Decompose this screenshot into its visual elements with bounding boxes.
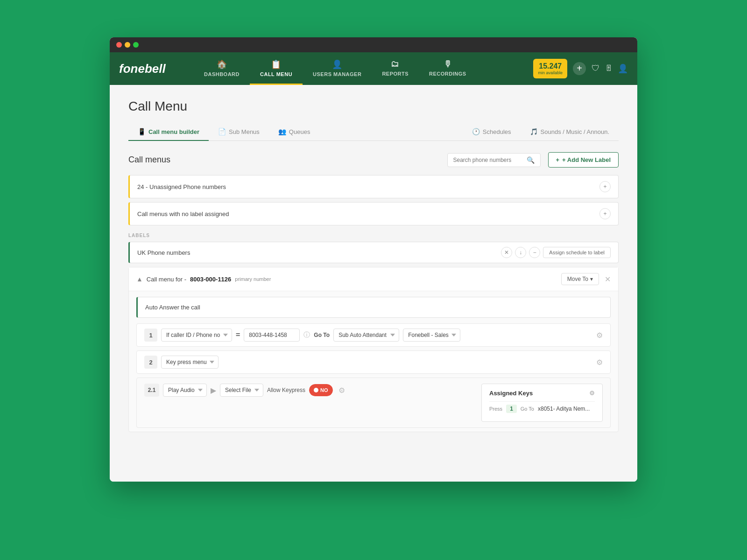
call-menus-title: Call menus	[128, 155, 170, 165]
no-label-item: Call menus with no label assigned +	[128, 202, 619, 225]
tab-sounds[interactable]: 🎵 Sounds / Music / Announ.	[521, 123, 619, 141]
label-remove-button[interactable]: ✕	[501, 247, 512, 258]
reports-icon: 🗂	[391, 59, 400, 69]
settings-icon[interactable]: 🎚	[605, 63, 613, 73]
profile-icon[interactable]: 👤	[618, 63, 628, 74]
queues-tab-icon: 👥	[278, 128, 286, 135]
tab-call-menu-builder[interactable]: 📱 Call menu builder	[128, 123, 209, 141]
add-label-text: + Add New Label	[562, 156, 611, 163]
labels-section: LABELS UK Phone numbers ✕ ↓ − Assign sch…	[128, 233, 619, 432]
assigned-keys-title: Assigned Keys ⚙	[489, 390, 595, 397]
dashboard-icon: 🏠	[217, 59, 227, 70]
auto-answer-text: Auto Answer the call	[145, 304, 200, 311]
rule-1-info-icon[interactable]: ⓘ	[303, 331, 310, 339]
chevron-down-icon: ▾	[590, 276, 593, 282]
users-manager-icon: 👤	[332, 59, 343, 70]
tab-label-sub-menus: Sub Menus	[229, 128, 260, 135]
add-credit-button[interactable]: +	[573, 62, 586, 75]
rule-2-1-gear-icon[interactable]: ⚙	[338, 386, 345, 395]
destination-label: x8051- Aditya Nem...	[538, 406, 590, 412]
search-input[interactable]	[453, 157, 523, 163]
toggle-no-label: NO	[309, 384, 333, 396]
credit-mins: min available	[538, 70, 563, 76]
rule-1-condition-select[interactable]: If caller ID / Phone no	[161, 329, 232, 342]
rule-2-1-action-select[interactable]: Play Audio	[163, 384, 207, 397]
rule-2-1-number: 2.1	[144, 384, 159, 397]
no-label-text: Call menus with no label assigned	[137, 210, 229, 217]
browser-minimize-dot[interactable]	[125, 42, 130, 48]
assign-schedule-button[interactable]: Assign schedule to label	[543, 247, 611, 258]
nav-label-call-menu: CALL MENU	[260, 71, 292, 77]
call-menu-for-header: ▲ Call menu for - 8003-000-1126 primary …	[129, 267, 618, 291]
rule-2-1-section: 2.1 Play Audio ▶ Select File Allow Keypr…	[136, 378, 611, 428]
auto-answer: Auto Answer the call	[136, 297, 611, 318]
headset-icon[interactable]: 🛡	[592, 63, 600, 73]
tab-label-queues: Queues	[289, 128, 310, 135]
rule-1: 1 If caller ID / Phone no = ⓘ Go To Sub …	[136, 323, 611, 347]
collapse-icon[interactable]: ▲	[136, 275, 143, 283]
rule-2-1-arrow: ▶	[211, 386, 216, 395]
browser-chrome	[110, 37, 637, 52]
nav-item-reports[interactable]: 🗂 REPORTS	[372, 52, 419, 85]
browser-window: fonebell 🏠 DASHBOARD 📋 CALL MENU 👤 USERS…	[110, 37, 637, 482]
move-to-button[interactable]: Move To ▾	[561, 273, 599, 285]
call-menu-for-wrapper: ▲ Call menu for - 8003-000-1126 primary …	[128, 267, 619, 432]
nav-item-recordings[interactable]: 🎙 RECORDINGS	[419, 52, 477, 85]
top-nav: fonebell 🏠 DASHBOARD 📋 CALL MENU 👤 USERS…	[110, 52, 637, 85]
page-content: Call Menu 📱 Call menu builder 📄 Sub Menu…	[110, 85, 637, 482]
search-icon: 🔍	[527, 156, 535, 164]
sounds-tab-icon: 🎵	[530, 128, 538, 135]
tab-label-call-menu-builder: Call menu builder	[148, 128, 199, 135]
rule-1-phone-input[interactable]	[244, 329, 300, 342]
go-to-small: Go To	[521, 406, 534, 412]
rule-1-equals: =	[236, 331, 240, 339]
assigned-keys-settings-icon[interactable]: ⚙	[589, 390, 595, 397]
tab-schedules[interactable]: 🕐 Schedules	[463, 123, 521, 141]
label-collapse-button[interactable]: −	[529, 247, 540, 258]
nav-label-reports: REPORTS	[382, 71, 409, 77]
rule-1-action-select[interactable]: Sub Auto Attendant	[333, 329, 399, 342]
rule-2-number: 2	[144, 356, 157, 369]
label-name: UK Phone numbers	[137, 249, 190, 256]
unassigned-add-button[interactable]: +	[599, 181, 611, 192]
unassigned-phone-numbers-item: 24 - Unassigned Phone numbers +	[128, 175, 619, 198]
rule-1-number: 1	[144, 329, 157, 342]
press-row-1: Press 1 Go To x8051- Aditya Nem...	[489, 401, 595, 416]
no-label-add-button[interactable]: +	[599, 208, 611, 219]
nav-label-recordings: RECORDINGS	[429, 71, 466, 77]
browser-maximize-dot[interactable]	[133, 42, 139, 48]
search-box: 🔍	[447, 153, 541, 167]
nav-label-dashboard: DASHBOARD	[204, 71, 240, 77]
call-menu-for-title: ▲ Call menu for - 8003-000-1126 primary …	[136, 275, 271, 283]
rule-1-destination-select[interactable]: Fonebell - Sales	[403, 329, 460, 342]
assigned-keys: Assigned Keys ⚙ Press 1 Go To x8051- Adi…	[481, 384, 603, 422]
browser-close-dot[interactable]	[116, 42, 122, 48]
rule-1-gear-icon[interactable]: ⚙	[596, 331, 603, 340]
allow-keypress-label: Allow Keypress	[267, 387, 305, 393]
rule-2-1-file-select[interactable]: Select File	[220, 384, 263, 397]
add-label-icon: +	[556, 156, 560, 163]
rule-2: 2 Key press menu ⚙	[136, 350, 611, 374]
call-menu-icon: 📋	[271, 59, 282, 70]
nav-item-dashboard[interactable]: 🏠 DASHBOARD	[194, 52, 250, 85]
uk-phone-numbers-label: UK Phone numbers ✕ ↓ − Assign schedule t…	[128, 242, 619, 263]
schedules-tab-icon: 🕐	[472, 128, 480, 135]
rule-2-gear-icon[interactable]: ⚙	[596, 358, 603, 367]
close-call-menu-button[interactable]: ✕	[605, 275, 611, 284]
nav-item-users-manager[interactable]: 👤 USERS MANAGER	[303, 52, 372, 85]
credit-badge: 15.247 min available	[533, 59, 567, 78]
rule-2-condition-select[interactable]: Key press menu	[161, 356, 218, 369]
nav-items: 🏠 DASHBOARD 📋 CALL MENU 👤 USERS MANAGER …	[194, 52, 533, 85]
press-num: 1	[506, 405, 517, 413]
add-new-label-button[interactable]: + + Add New Label	[548, 152, 619, 168]
tab-sub-menus[interactable]: 📄 Sub Menus	[209, 123, 269, 141]
move-to-label: Move To	[567, 276, 588, 282]
tab-queues[interactable]: 👥 Queues	[269, 123, 320, 141]
labels-title: LABELS	[128, 233, 619, 238]
unassigned-actions: +	[599, 181, 611, 192]
label-move-down-button[interactable]: ↓	[515, 247, 526, 258]
call-menu-phone-number: 8003-000-1126	[190, 276, 231, 283]
primary-badge: primary number	[235, 276, 271, 282]
allow-keypress-toggle[interactable]: NO	[309, 384, 333, 396]
nav-item-call-menu[interactable]: 📋 CALL MENU	[250, 52, 303, 85]
